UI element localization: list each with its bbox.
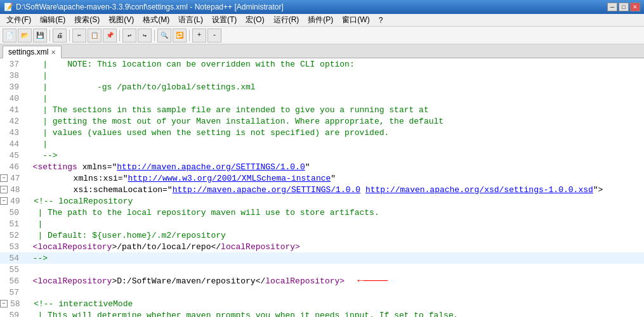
line-content-54: --> — [23, 254, 644, 263]
menu-item-v[interactable]: 视图(V) — [105, 14, 138, 26]
code-line-46: 46 <settings xmlns="http://maven.apache.… — [0, 161, 644, 172]
redo-button[interactable]: ↪ — [138, 29, 152, 42]
menu-item-p[interactable]: 插件(P) — [304, 14, 337, 26]
menu-item-l[interactable]: 语言(L) — [174, 14, 207, 26]
new-button[interactable]: 📄 — [3, 29, 16, 42]
line-content-53: <localRepository>/path/to/local/repo</lo… — [23, 242, 644, 252]
cut-button[interactable]: ✂ — [72, 29, 86, 42]
code-segment: | -gs /path/to/global/settings.xml — [23, 82, 256, 92]
close-button[interactable]: ✕ — [630, 3, 640, 11]
menu-item-f[interactable]: 文件(F) — [3, 14, 35, 26]
maximize-button[interactable]: □ — [619, 3, 629, 11]
save-button[interactable]: 💾 — [33, 29, 47, 42]
code-segment: > — [295, 242, 300, 252]
toolbar-separator-3 — [119, 30, 120, 41]
find-button[interactable]: 🔍 — [157, 29, 171, 42]
collapse-icon-49[interactable]: − — [0, 197, 8, 205]
code-line-49: −49 <!-- localRepository — [0, 195, 644, 207]
zoom-out-button[interactable]: - — [207, 29, 221, 42]
line-content-48: xsi:schemaLocation="http://maven.apache.… — [24, 185, 644, 195]
collapse-icon-48[interactable]: − — [0, 186, 8, 193]
line-num-text-48: 48 — [10, 185, 20, 195]
code-segment: | — [23, 139, 48, 149]
line-content-46: <settings xmlns="http://maven.apache.org… — [23, 162, 644, 172]
line-num-text-41: 41 — [9, 105, 19, 115]
code-segment: | — [23, 219, 43, 229]
code-line-53: 53 <localRepository>/path/to/local/repo<… — [0, 241, 644, 252]
line-content-44: | — [23, 139, 644, 149]
tab-bar: settings.xml ✕ — [0, 44, 644, 58]
line-num-text-43: 43 — [9, 128, 19, 138]
code-line-41: 41 | The sections in this sample file ar… — [0, 104, 644, 115]
code-segment: | getting the most out of your Maven ins… — [23, 117, 444, 126]
line-num-text-58: 58 — [10, 299, 20, 309]
code-segment: < — [23, 276, 37, 286]
tab-close-button[interactable]: ✕ — [51, 49, 56, 56]
app-icon: 📝 — [4, 3, 13, 11]
line-number-56: 56 — [0, 276, 23, 286]
code-segment: | The path to the local repository maven… — [23, 208, 379, 217]
line-num-text-45: 45 — [9, 151, 19, 160]
code-segment: >D:/SoftWare/maven/repository</ — [112, 276, 265, 286]
toolbar-separator-1 — [49, 30, 50, 41]
replace-button[interactable]: 🔁 — [173, 29, 187, 42]
line-number-57: 57 — [0, 288, 23, 297]
menu-item-[interactable]: ? — [375, 15, 387, 25]
line-number-49: −49 — [0, 197, 24, 206]
menu-item-r[interactable]: 运行(R) — [270, 14, 303, 26]
line-content-37: | NOTE: This location can be overridden … — [23, 60, 644, 69]
menu-item-s[interactable]: 搜索(S) — [70, 14, 103, 26]
line-number-42: 42 — [0, 117, 23, 126]
open-button[interactable]: 📂 — [18, 29, 32, 42]
line-content-38: | — [23, 71, 644, 81]
code-segment: localRepository — [221, 242, 295, 252]
line-content-45: --> — [23, 151, 644, 160]
copy-button[interactable]: 📋 — [88, 29, 102, 42]
file-tab[interactable]: settings.xml ✕ — [3, 46, 62, 58]
line-content-49: <!-- localRepository — [24, 197, 644, 206]
line-content-42: | getting the most out of your Maven ins… — [23, 117, 644, 126]
line-content-39: | -gs /path/to/global/settings.xml — [23, 82, 644, 92]
line-number-39: 39 — [0, 82, 23, 92]
menu-item-e[interactable]: 编辑(E) — [36, 14, 69, 26]
collapse-icon-47[interactable]: − — [0, 174, 8, 182]
code-line-51: 51 | — [0, 218, 644, 230]
code-line-58: −58 <!-- interactiveMode — [0, 298, 644, 309]
undo-button[interactable]: ↩ — [122, 29, 136, 42]
collapse-icon-58[interactable]: − — [0, 300, 8, 307]
code-segment: " — [305, 162, 310, 172]
toolbar-separator-2 — [69, 30, 70, 41]
line-number-41: 41 — [0, 105, 23, 115]
code-line-52: 52 | Default: ${user.home}/.m2/repositor… — [0, 230, 644, 241]
code-line-43: 43 | values (values used when the settin… — [0, 127, 644, 138]
line-num-text-51: 51 — [9, 219, 19, 229]
tab-label: settings.xml — [8, 48, 48, 56]
code-segment: <!-- localRepository — [24, 197, 133, 206]
code-line-38: 38 | — [0, 70, 644, 81]
code-segment: localRepository — [37, 276, 112, 286]
zoom-in-button[interactable]: + — [192, 29, 206, 42]
code-segment: >/path/to/local/repo</ — [112, 242, 221, 252]
menu-item-m[interactable]: 格式(M) — [139, 14, 173, 26]
line-number-37: 37 — [0, 60, 23, 69]
code-line-50: 50 | The path to the local repository ma… — [0, 207, 644, 218]
print-button[interactable]: 🖨 — [53, 29, 67, 42]
code-line-47: −47 xmlns:xsi="http://www.w3.org/2001/XM… — [0, 172, 644, 184]
menu-item-w[interactable]: 窗口(W) — [338, 14, 373, 26]
code-line-57: 57 — [0, 287, 644, 298]
line-content-50: | The path to the local repository maven… — [23, 208, 644, 217]
line-content-47: xmlns:xsi="http://www.w3.org/2001/XMLSch… — [24, 174, 644, 183]
minimize-button[interactable]: ─ — [607, 3, 617, 11]
code-line-45: 45 --> — [0, 150, 644, 161]
annotation-arrow: ←———— — [357, 275, 388, 287]
line-number-59: 59 — [0, 311, 23, 318]
line-content-58: <!-- interactiveMode — [24, 299, 644, 309]
line-number-58: −58 — [0, 299, 24, 309]
line-number-52: 52 — [0, 231, 23, 240]
menu-item-o[interactable]: 宏(O) — [242, 14, 268, 26]
code-line-55: 55 — [0, 264, 644, 275]
paste-button[interactable]: 📌 — [103, 29, 117, 42]
menu-item-t[interactable]: 设置(T) — [208, 14, 240, 26]
code-line-44: 44 | — [0, 138, 644, 150]
code-segment: xmlns=" — [77, 162, 117, 172]
